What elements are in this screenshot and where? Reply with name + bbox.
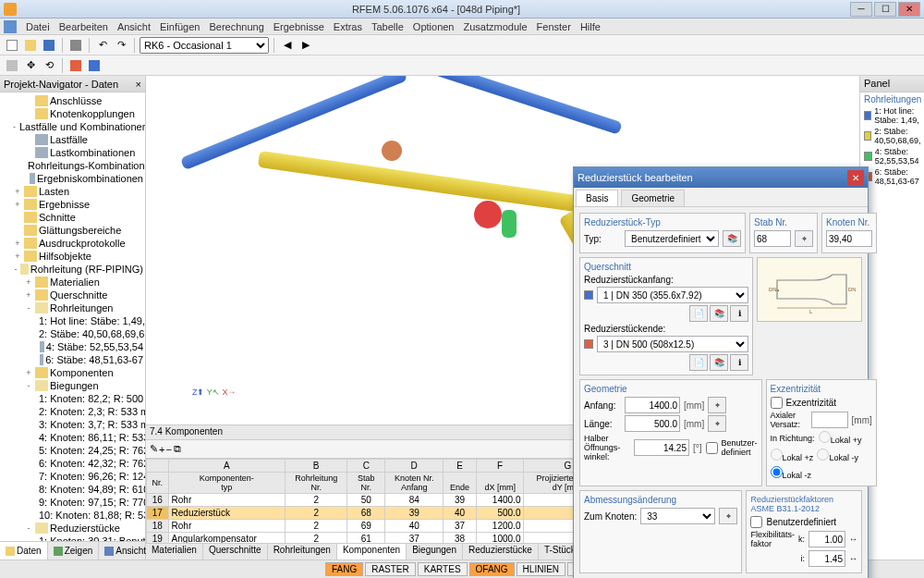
lange-input[interactable] xyxy=(625,415,680,432)
table-tab[interactable]: Komponenten xyxy=(337,544,407,560)
legend-item[interactable]: 4: Stäbe: 52,55,53,54 xyxy=(864,147,920,166)
tree-item[interactable]: 4: Knoten: 86,11; R: 533 mm xyxy=(2,431,143,444)
stab-pick-button[interactable]: ⌖ xyxy=(795,230,813,247)
typ-lib-button[interactable]: 📚 xyxy=(723,230,741,247)
tree-item[interactable]: +Materialien xyxy=(2,276,143,289)
tb-rotate[interactable]: ⟲ xyxy=(41,57,57,74)
r-pz[interactable] xyxy=(771,449,783,461)
tb-print[interactable] xyxy=(67,37,84,54)
tb-undo[interactable]: ↶ xyxy=(94,37,111,54)
zumknoten-select[interactable]: 33 xyxy=(640,508,715,524)
tree-item[interactable]: 1: Hot line: Stäbe: 1,49,14, xyxy=(2,314,143,327)
menu-einfuegen[interactable]: Einfügen xyxy=(160,21,200,32)
tree-item[interactable]: 2: Stäbe: 40,50,68,69,61,62 xyxy=(2,327,143,340)
table-tab[interactable]: Materialien xyxy=(146,544,203,560)
menu-optionen[interactable]: Optionen xyxy=(413,21,455,32)
maximize-button[interactable]: ☐ xyxy=(874,2,896,17)
k-input[interactable] xyxy=(808,531,845,547)
menu-tabelle[interactable]: Tabelle xyxy=(371,21,404,32)
tree-item[interactable]: 9: Knoten: 97,15; R: 770 m xyxy=(2,496,143,509)
tree-item[interactable]: 10: Knoten: 81,88; R: 533 m xyxy=(2,509,143,522)
tree-item[interactable]: -Biegungen xyxy=(2,379,143,392)
table-tab[interactable]: Reduzierstücke xyxy=(463,544,539,560)
tb-save[interactable] xyxy=(41,37,57,54)
r-mz[interactable] xyxy=(771,466,783,478)
tb-new[interactable] xyxy=(4,37,20,54)
cs-start-lib[interactable]: 📚 xyxy=(710,305,728,322)
navigator-tree[interactable]: AnschlüsseKnotenkopplungen-Lastfälle und… xyxy=(0,92,145,541)
tree-item[interactable]: 1: Knoten: 30,31; Benutzer xyxy=(2,535,143,541)
legend-item[interactable]: 2: Stäbe: 40,50,68,69,6 xyxy=(864,127,920,145)
table-tab[interactable]: Rohrleitungen xyxy=(268,544,337,560)
legend-item[interactable]: 1: Hot line: Stäbe: 1,49, xyxy=(864,106,920,125)
status-kartes[interactable]: KARTES xyxy=(418,562,468,576)
tree-item[interactable]: 5: Knoten: 24,25; R: 762 m xyxy=(2,444,143,457)
tb-next[interactable]: ▶ xyxy=(298,37,314,54)
tree-item[interactable]: 6: Stäbe: 48,51,63-67 xyxy=(2,353,143,366)
tree-item[interactable]: Glättungsbereiche xyxy=(2,224,143,237)
tree-item[interactable]: 1: Knoten: 82,2; R: 500 mm xyxy=(2,392,143,405)
tt-copy[interactable]: ⧉ xyxy=(174,443,181,455)
table-tab[interactable]: Biegungen xyxy=(407,544,463,560)
legend-item[interactable]: 6: Stäbe: 48,51,63-67 xyxy=(864,167,920,186)
tree-item[interactable]: 6: Knoten: 42,32; R: 762 m xyxy=(2,457,143,470)
i-input[interactable] xyxy=(808,550,845,567)
cs-start-new[interactable]: 📄 xyxy=(689,305,708,322)
axial-input[interactable] xyxy=(811,412,848,428)
menu-hilfe[interactable]: Hilfe xyxy=(580,21,601,32)
lange-pick[interactable]: ⌖ xyxy=(708,415,726,432)
tree-item[interactable]: +Komponenten xyxy=(2,366,143,379)
winkel-user-cb[interactable] xyxy=(706,442,718,454)
cs-end-new[interactable]: 📄 xyxy=(689,354,708,371)
dlg-tab-geometrie[interactable]: Geometrie xyxy=(621,190,685,206)
exz-cb[interactable] xyxy=(771,397,783,409)
knoten-input[interactable] xyxy=(826,230,872,247)
dlg-tab-basis[interactable]: Basis xyxy=(576,190,618,206)
menu-bearbeiten[interactable]: Bearbeiten xyxy=(59,21,108,32)
tree-item[interactable]: 3: Knoten: 3,7; R: 533 mm xyxy=(2,418,143,431)
r-py[interactable] xyxy=(819,431,831,443)
zumknoten-pick[interactable]: ⌖ xyxy=(719,508,737,524)
navigator-close-icon[interactable]: × xyxy=(136,79,141,90)
anfang-input[interactable] xyxy=(625,397,680,413)
tree-item[interactable]: +Querschnitte xyxy=(2,289,143,301)
tt-del[interactable]: − xyxy=(165,444,171,455)
table-tab[interactable]: Querschnitte xyxy=(203,544,268,560)
cs-end-select[interactable]: 3 | DN 500 (508x12.5) xyxy=(597,336,748,352)
anfang-pick[interactable]: ⌖ xyxy=(708,397,726,413)
minimize-button[interactable]: ─ xyxy=(850,2,872,17)
tree-item[interactable]: 2: Knoten: 2,3; R: 533 mm xyxy=(2,405,143,418)
tb-prev[interactable]: ◀ xyxy=(279,37,296,54)
nav-tab-zeigen[interactable]: Zeigen xyxy=(48,542,100,560)
tb-open[interactable] xyxy=(22,37,39,54)
cs-start-info[interactable]: ℹ xyxy=(730,305,748,322)
tree-item[interactable]: -Reduzierstücke xyxy=(2,522,143,535)
menu-ansicht[interactable]: Ansicht xyxy=(117,21,151,32)
menu-ergebnisse[interactable]: Ergebnisse xyxy=(274,21,324,32)
tree-item[interactable]: Schnitte xyxy=(2,211,143,224)
tb-member[interactable] xyxy=(86,57,103,74)
status-hlinien[interactable]: HLINIEN xyxy=(517,562,565,576)
close-button[interactable]: ✕ xyxy=(898,2,920,17)
tb-select[interactable] xyxy=(4,57,20,74)
menu-berechnung[interactable]: Berechnung xyxy=(209,21,263,32)
menu-zusatzmodule[interactable]: Zusatzmodule xyxy=(464,21,528,32)
tree-item[interactable]: -Rohrleitungen xyxy=(2,301,143,314)
tree-item[interactable]: +Ausdruckprotokolle xyxy=(2,237,143,250)
status-ofang[interactable]: OFANG xyxy=(469,562,515,576)
tree-item[interactable]: -Rohrleitung (RF-PIPING) xyxy=(2,263,143,276)
tree-item[interactable]: +Lasten xyxy=(2,185,143,198)
tt-add[interactable]: + xyxy=(159,444,164,455)
tb-move[interactable]: ✥ xyxy=(22,57,39,74)
tree-item[interactable]: Lastfälle xyxy=(2,133,143,146)
dialog-close-button[interactable]: ✕ xyxy=(847,170,864,185)
tree-item[interactable]: +Hilfsobjekte xyxy=(2,250,143,263)
tt-edit[interactable]: ✎ xyxy=(150,443,158,455)
cs-end-lib[interactable]: 📚 xyxy=(710,354,728,371)
typ-select[interactable]: Benutzerdefiniert xyxy=(625,230,719,247)
tb-redo[interactable]: ↷ xyxy=(113,37,129,54)
r-my[interactable] xyxy=(817,449,829,461)
menu-datei[interactable]: Datei xyxy=(26,21,50,32)
status-raster[interactable]: RASTER xyxy=(365,562,416,576)
winkel-input[interactable] xyxy=(634,439,689,456)
